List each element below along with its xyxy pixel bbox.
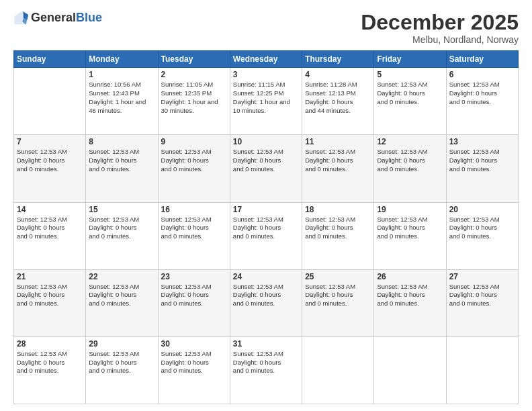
day-info: Sunset: 12:53 AM Daylight: 0 hours and 0… bbox=[377, 216, 443, 241]
day-cell-0-5: 5Sunset: 12:53 AM Daylight: 0 hours and … bbox=[374, 68, 446, 135]
day-info: Sunset: 12:53 AM Daylight: 0 hours and 0… bbox=[377, 283, 443, 308]
day-cell-4-5 bbox=[374, 336, 446, 404]
day-number: 6 bbox=[449, 70, 515, 79]
title-block: December 2025 Melbu, Nordland, Norway bbox=[361, 11, 519, 45]
day-info: Sunset: 12:53 AM Daylight: 0 hours and 0… bbox=[161, 283, 227, 308]
day-info: Sunset: 12:53 AM Daylight: 0 hours and 0… bbox=[17, 148, 83, 173]
week-row-2: 7Sunset: 12:53 AM Daylight: 0 hours and … bbox=[14, 135, 519, 202]
day-cell-2-1: 15Sunset: 12:53 AM Daylight: 0 hours and… bbox=[86, 202, 158, 269]
day-cell-2-2: 16Sunset: 12:53 AM Daylight: 0 hours and… bbox=[158, 202, 230, 269]
day-number: 21 bbox=[17, 272, 83, 281]
day-cell-3-1: 22Sunset: 12:53 AM Daylight: 0 hours and… bbox=[86, 269, 158, 336]
day-cell-1-3: 10Sunset: 12:53 AM Daylight: 0 hours and… bbox=[230, 135, 302, 202]
logo-blue: Blue bbox=[76, 11, 102, 25]
day-number: 31 bbox=[233, 339, 299, 349]
day-number: 9 bbox=[161, 137, 227, 146]
day-cell-4-4 bbox=[302, 336, 374, 404]
logo-general: General bbox=[31, 11, 76, 25]
col-thursday: Thursday bbox=[302, 51, 374, 68]
day-number: 25 bbox=[305, 272, 371, 281]
day-info: Sunset: 12:53 AM Daylight: 0 hours and 0… bbox=[89, 216, 154, 241]
day-info: Sunrise: 10:56 AM Sunset: 12:43 PM Dayli… bbox=[89, 81, 154, 115]
day-info: Sunset: 12:53 AM Daylight: 0 hours and 0… bbox=[89, 148, 154, 173]
day-info: Sunset: 12:53 AM Daylight: 0 hours and 0… bbox=[305, 216, 371, 241]
page: General Blue December 2025 Melbu, Nordla… bbox=[0, 0, 532, 411]
day-info: Sunset: 12:53 AM Daylight: 0 hours and 0… bbox=[449, 81, 515, 106]
day-number: 20 bbox=[449, 205, 515, 214]
location: Melbu, Nordland, Norway bbox=[361, 34, 519, 45]
day-number: 16 bbox=[161, 205, 227, 214]
day-number: 30 bbox=[161, 339, 227, 349]
day-cell-3-5: 26Sunset: 12:53 AM Daylight: 0 hours and… bbox=[374, 269, 446, 336]
day-number: 19 bbox=[377, 205, 443, 214]
day-info: Sunrise: 11:15 AM Sunset: 12:25 PM Dayli… bbox=[233, 81, 299, 115]
day-number: 8 bbox=[89, 137, 154, 146]
day-number: 29 bbox=[89, 339, 154, 349]
day-number: 24 bbox=[233, 272, 299, 281]
day-number: 4 bbox=[305, 70, 371, 79]
day-cell-2-5: 19Sunset: 12:53 AM Daylight: 0 hours and… bbox=[374, 202, 446, 269]
day-info: Sunset: 12:53 AM Daylight: 0 hours and 0… bbox=[233, 216, 299, 241]
day-cell-0-3: 3Sunrise: 11:15 AM Sunset: 12:25 PM Dayl… bbox=[230, 68, 302, 135]
day-cell-0-2: 2Sunrise: 11:05 AM Sunset: 12:35 PM Dayl… bbox=[158, 68, 230, 135]
day-number: 22 bbox=[89, 272, 154, 281]
day-cell-4-3: 31Sunset: 12:53 AM Daylight: 0 hours and… bbox=[230, 336, 302, 404]
col-saturday: Saturday bbox=[446, 51, 518, 68]
day-cell-1-2: 9Sunset: 12:53 AM Daylight: 0 hours and … bbox=[158, 135, 230, 202]
col-tuesday: Tuesday bbox=[158, 51, 230, 68]
day-number: 3 bbox=[233, 70, 299, 79]
logo: General Blue bbox=[13, 11, 102, 26]
week-row-1: 1Sunrise: 10:56 AM Sunset: 12:43 PM Dayl… bbox=[14, 68, 519, 135]
day-cell-2-6: 20Sunset: 12:53 AM Daylight: 0 hours and… bbox=[446, 202, 518, 269]
day-info: Sunset: 12:53 AM Daylight: 0 hours and 0… bbox=[449, 216, 515, 241]
day-number: 7 bbox=[17, 137, 83, 146]
col-friday: Friday bbox=[374, 51, 446, 68]
day-cell-1-4: 11Sunset: 12:53 AM Daylight: 0 hours and… bbox=[302, 135, 374, 202]
day-cell-3-6: 27Sunset: 12:53 AM Daylight: 0 hours and… bbox=[446, 269, 518, 336]
week-row-3: 14Sunset: 12:53 AM Daylight: 0 hours and… bbox=[14, 202, 519, 269]
col-monday: Monday bbox=[86, 51, 158, 68]
day-info: Sunset: 12:53 AM Daylight: 0 hours and 0… bbox=[449, 283, 515, 308]
day-number: 27 bbox=[449, 272, 515, 281]
day-info: Sunset: 12:53 AM Daylight: 0 hours and 0… bbox=[233, 148, 299, 173]
day-number: 14 bbox=[17, 205, 83, 214]
day-info: Sunset: 12:53 AM Daylight: 0 hours and 0… bbox=[17, 283, 83, 308]
day-number: 28 bbox=[17, 339, 83, 349]
col-sunday: Sunday bbox=[14, 51, 86, 68]
day-cell-3-4: 25Sunset: 12:53 AM Daylight: 0 hours and… bbox=[302, 269, 374, 336]
day-cell-4-2: 30Sunset: 12:53 AM Daylight: 0 hours and… bbox=[158, 336, 230, 404]
day-number: 23 bbox=[161, 272, 227, 281]
day-number: 12 bbox=[377, 137, 443, 146]
day-info: Sunset: 12:53 AM Daylight: 0 hours and 0… bbox=[17, 216, 83, 241]
day-number: 10 bbox=[233, 137, 299, 146]
day-cell-1-0: 7Sunset: 12:53 AM Daylight: 0 hours and … bbox=[14, 135, 86, 202]
day-info: Sunset: 12:53 AM Daylight: 0 hours and 0… bbox=[233, 283, 299, 308]
day-cell-3-3: 24Sunset: 12:53 AM Daylight: 0 hours and… bbox=[230, 269, 302, 336]
day-info: Sunrise: 11:05 AM Sunset: 12:35 PM Dayli… bbox=[161, 81, 227, 115]
day-number: 5 bbox=[377, 70, 443, 79]
day-cell-4-0: 28Sunset: 12:53 AM Daylight: 0 hours and… bbox=[14, 336, 86, 404]
day-number: 15 bbox=[89, 205, 154, 214]
day-info: Sunrise: 11:28 AM Sunset: 12:13 PM Dayli… bbox=[305, 81, 371, 115]
day-cell-4-1: 29Sunset: 12:53 AM Daylight: 0 hours and… bbox=[86, 336, 158, 404]
week-row-5: 28Sunset: 12:53 AM Daylight: 0 hours and… bbox=[14, 336, 519, 404]
calendar-table: Sunday Monday Tuesday Wednesday Thursday… bbox=[13, 50, 519, 404]
day-info: Sunset: 12:53 AM Daylight: 0 hours and 0… bbox=[377, 148, 443, 173]
day-info: Sunset: 12:53 AM Daylight: 0 hours and 0… bbox=[305, 283, 371, 308]
top-section: General Blue December 2025 Melbu, Nordla… bbox=[13, 11, 519, 45]
month-year: December 2025 bbox=[361, 11, 519, 34]
week-row-4: 21Sunset: 12:53 AM Daylight: 0 hours and… bbox=[14, 269, 519, 336]
day-cell-1-1: 8Sunset: 12:53 AM Daylight: 0 hours and … bbox=[86, 135, 158, 202]
day-cell-0-0 bbox=[14, 68, 86, 135]
logo-icon bbox=[13, 11, 28, 26]
day-number: 26 bbox=[377, 272, 443, 281]
day-number: 17 bbox=[233, 205, 299, 214]
day-cell-0-1: 1Sunrise: 10:56 AM Sunset: 12:43 PM Dayl… bbox=[86, 68, 158, 135]
day-info: Sunset: 12:53 AM Daylight: 0 hours and 0… bbox=[377, 81, 443, 106]
day-number: 11 bbox=[305, 137, 371, 146]
day-info: Sunset: 12:53 AM Daylight: 0 hours and 0… bbox=[161, 350, 227, 375]
day-number: 1 bbox=[89, 70, 154, 79]
day-cell-2-0: 14Sunset: 12:53 AM Daylight: 0 hours and… bbox=[14, 202, 86, 269]
day-info: Sunset: 12:53 AM Daylight: 0 hours and 0… bbox=[17, 350, 83, 375]
day-cell-2-4: 18Sunset: 12:53 AM Daylight: 0 hours and… bbox=[302, 202, 374, 269]
